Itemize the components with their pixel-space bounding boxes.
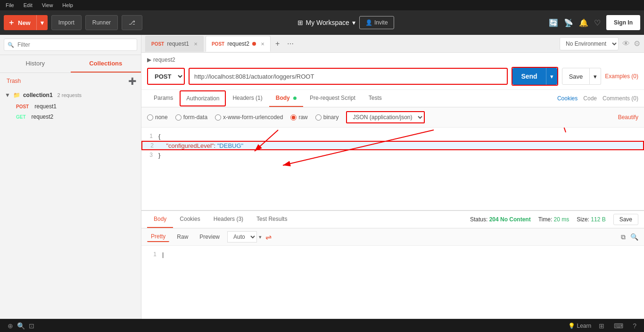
folder-icon: 📁 [13, 92, 20, 98]
resp-tab-headers[interactable]: Headers (3) [207, 211, 250, 228]
code-close-brace: } [158, 152, 644, 159]
tab-request2[interactable]: POST request2 ✕ [206, 36, 271, 52]
tab-add-button[interactable]: + [272, 40, 282, 48]
req-tabs-right: Cookies Code Comments (0) [557, 95, 638, 102]
menu-view[interactable]: View [40, 1, 55, 9]
url-input[interactable] [189, 68, 508, 85]
resp-line-number-1: 1 [145, 251, 162, 258]
filter-input[interactable] [4, 39, 137, 51]
preview-button[interactable]: Preview [196, 232, 223, 242]
tab-method-post-2: POST [212, 41, 224, 47]
breadcrumb-label: request2 [153, 57, 175, 63]
trash-button[interactable]: Trash [5, 76, 23, 86]
tab-request1[interactable]: POST request1 ✕ [145, 36, 204, 52]
save-button-group: Save ▾ [562, 68, 602, 85]
sidebar-tab-collections[interactable]: Collections [71, 55, 141, 73]
response-toolbar: Pretty Raw Preview Auto ▾ ⇌ ⧉ 🔍 [141, 228, 644, 246]
code-editor[interactable]: 1 { 2 "configuredLevel": "DEBUG" 3 } [141, 128, 644, 211]
send-arrow-button[interactable]: ▾ [546, 68, 557, 85]
form-data-radio[interactable]: form-data [175, 114, 207, 121]
runner-button[interactable]: Runner [85, 15, 118, 30]
auto-format-select[interactable]: Auto [227, 231, 257, 243]
raw-button[interactable]: Raw [173, 232, 192, 242]
keyboard-icon[interactable]: ⌨ [612, 320, 625, 332]
help-icon[interactable]: ? [631, 320, 638, 332]
method-select[interactable]: POST [147, 68, 185, 85]
wrap-icon[interactable]: ⇌ [265, 233, 272, 242]
beautify-link[interactable]: Beautify [618, 114, 638, 121]
examples-link[interactable]: Examples (0) [605, 73, 638, 80]
req-tab-headers[interactable]: Headers (1) [226, 90, 269, 107]
none-radio[interactable]: none [147, 114, 168, 121]
req-tab-params[interactable]: Params [147, 90, 180, 107]
status-label: Status: [470, 216, 487, 223]
new-tab-icon[interactable]: ⊕ [6, 320, 15, 332]
resp-tab-cookies[interactable]: Cookies [173, 211, 206, 228]
collection-item[interactable]: ▼ 📁 collection1 2 requests [0, 89, 141, 101]
chevron-right-icon: ▶ [147, 57, 151, 63]
copy-response-button[interactable]: ⧉ [621, 233, 626, 241]
req-tab-prerequest[interactable]: Pre-request Script [303, 90, 362, 107]
new-button[interactable]: ＋ New ▾ [4, 15, 48, 30]
auto-chevron-icon: ▾ [259, 234, 262, 240]
sidebar-tabs: History Collections [0, 55, 141, 73]
code-link[interactable]: Code [583, 95, 597, 102]
content-area: POST request1 ✕ POST request2 ✕ + ⋯ No E… [141, 35, 644, 319]
pretty-button[interactable]: Pretty [147, 232, 169, 242]
tab-more-button[interactable]: ⋯ [284, 40, 297, 48]
save-button[interactable]: Save [562, 68, 590, 85]
sign-in-button[interactable]: Sign In [606, 15, 640, 30]
status-value: 204 No Content [489, 216, 531, 223]
resp-tab-test-results[interactable]: Test Results [250, 211, 294, 228]
menu-help[interactable]: Help [60, 1, 75, 9]
save-arrow-button[interactable]: ▾ [590, 68, 601, 85]
req-tab-body[interactable]: Body [269, 90, 303, 107]
import-button[interactable]: Import [51, 15, 82, 30]
tab-method-post: POST [151, 41, 164, 47]
settings-icon[interactable]: ⚙ [634, 39, 640, 48]
sync-icon[interactable]: 🔄 [549, 18, 558, 27]
workspace-button[interactable]: ⊞ My Workspace ▾ [297, 19, 355, 26]
json-type-select[interactable]: JSON (application/json) [346, 111, 425, 123]
response-save-button[interactable]: Save [613, 214, 638, 225]
eye-icon[interactable]: 👁 [622, 40, 630, 48]
tab-label-request2: request2 [227, 40, 249, 47]
raw-radio[interactable]: raw [290, 114, 307, 121]
sidebar-tab-history[interactable]: History [0, 55, 71, 73]
req-tab-tests[interactable]: Tests [362, 90, 388, 107]
search-response-button[interactable]: 🔍 [630, 233, 638, 241]
lightbulb-icon: 💡 [568, 323, 575, 329]
urlencoded-radio[interactable]: x-www-form-urlencoded [215, 114, 283, 121]
comments-link[interactable]: Comments (0) [603, 95, 638, 102]
menu-file[interactable]: File [4, 1, 16, 9]
add-collection-icon[interactable]: ➕ [128, 77, 136, 85]
tab-close-request2[interactable]: ✕ [261, 41, 264, 47]
send-button-group: Send ▾ [512, 67, 558, 86]
workspace-center: ⊞ My Workspace ▾ 👤 Invite [146, 16, 545, 29]
search-bottom-icon[interactable]: 🔍 [15, 320, 27, 332]
request-item-2[interactable]: GET request2 [0, 112, 141, 122]
environment-select[interactable]: No Environment [560, 37, 619, 50]
fork-button[interactable]: ⎇ [122, 15, 142, 30]
req-tab-authorization[interactable]: Authorization [180, 90, 226, 106]
layout-toggle-icon[interactable]: ⊞ [597, 320, 606, 332]
menu-edit[interactable]: Edit [22, 1, 34, 9]
tab-close-request1[interactable]: ✕ [194, 41, 198, 47]
satellite-icon[interactable]: 📡 [564, 18, 573, 27]
resp-line-1: 1 | [145, 250, 640, 259]
heart-icon[interactable]: ♡ [594, 18, 601, 27]
toolbar: ＋ New ▾ Import Runner ⎇ ⊞ My Workspace ▾… [0, 10, 644, 35]
resp-tab-body[interactable]: Body [147, 211, 173, 228]
send-button[interactable]: Send [512, 68, 545, 85]
binary-radio[interactable]: binary [315, 114, 339, 121]
code-open-brace: { [158, 133, 644, 140]
notification-icon[interactable]: 🔔 [579, 18, 588, 27]
code-line-1: 1 { [141, 131, 644, 141]
body-options: none form-data x-www-form-urlencoded raw… [141, 107, 644, 128]
request-item-1[interactable]: POST request1 [0, 101, 141, 112]
cookies-link[interactable]: Cookies [557, 95, 578, 102]
response-status: Status: 204 No Content Time: 20 ms Size:… [470, 214, 638, 225]
learn-link[interactable]: 💡 Learn [568, 323, 592, 329]
layout-icon[interactable]: ⊡ [27, 320, 36, 332]
invite-button[interactable]: 👤 Invite [359, 16, 394, 29]
